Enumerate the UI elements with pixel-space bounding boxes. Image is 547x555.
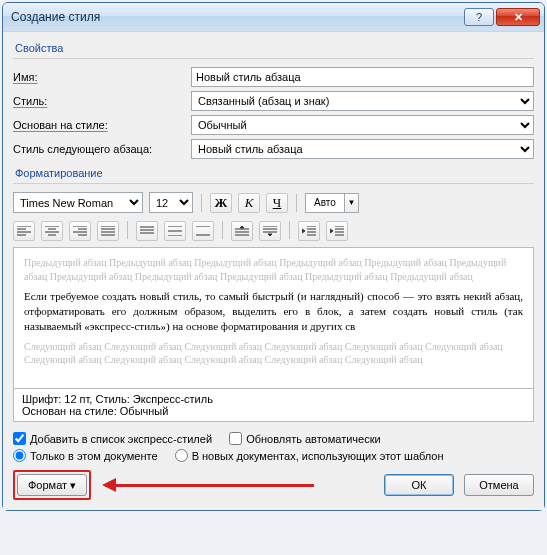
align-justify-button[interactable] <box>97 221 119 241</box>
row-name: Имя: <box>13 67 534 87</box>
space-before-dec-button[interactable] <box>259 221 281 241</box>
color-swatch: Авто <box>305 193 345 213</box>
italic-button[interactable]: К <box>238 193 260 213</box>
in-template-radio[interactable]: В новых документах, использующих этот ша… <box>175 450 444 462</box>
cancel-button[interactable]: Отмена <box>464 474 534 496</box>
bold-button[interactable]: Ж <box>210 193 232 213</box>
window-title: Создание стиля <box>11 10 464 24</box>
add-quick-checkbox-input[interactable] <box>13 432 26 445</box>
dialog-body: Свойства Имя: Стиль: Связанный (абзац и … <box>3 31 544 510</box>
name-label: Имя: <box>13 71 183 83</box>
close-button[interactable]: ✕ <box>496 8 540 26</box>
row-next-style: Стиль следующего абзаца: Новый стиль абз… <box>13 139 534 159</box>
separator <box>222 221 223 239</box>
help-button[interactable]: ? <box>464 8 494 26</box>
chevron-down-icon[interactable]: ▼ <box>345 193 359 213</box>
format-button-highlight: Формат ▾ <box>13 470 91 500</box>
align-right-button[interactable] <box>69 221 91 241</box>
properties-group-label: Свойства <box>15 42 534 54</box>
options-row-2: Только в этом документе В новых документ… <box>13 449 534 462</box>
separator <box>127 221 128 239</box>
paragraph-toolbar <box>13 219 534 247</box>
separator <box>289 221 290 239</box>
annotation-arrow <box>101 474 374 496</box>
space-before-inc-button[interactable] <box>231 221 253 241</box>
dialog-window: Создание стиля ? ✕ Свойства Имя: Стиль: … <box>2 2 545 511</box>
row-style-type: Стиль: Связанный (абзац и знак) <box>13 91 534 111</box>
style-description: Шрифт: 12 пт, Стиль: Экспресс-стиль Осно… <box>13 389 534 422</box>
only-document-radio[interactable]: Только в этом документе <box>13 450 158 462</box>
desc-line-1: Шрифт: 12 пт, Стиль: Экспресс-стиль <box>22 393 525 405</box>
formatting-group-label: Форматирование <box>15 167 534 179</box>
divider <box>13 183 534 184</box>
font-name-select[interactable]: Times New Roman <box>13 192 143 213</box>
titlebar: Создание стиля ? ✕ <box>3 3 544 31</box>
line-spacing-2-button[interactable] <box>192 221 214 241</box>
name-input[interactable] <box>191 67 534 87</box>
preview-pane: Предыдущий абзац Предыдущий абзац Предыд… <box>13 247 534 389</box>
preview-prev-ghost: Предыдущий абзац Предыдущий абзац Предыд… <box>24 256 523 283</box>
font-color-picker[interactable]: Авто ▼ <box>305 193 359 213</box>
style-type-select[interactable]: Связанный (абзац и знак) <box>191 91 534 111</box>
based-on-label: Основан на стиле: <box>13 119 183 131</box>
window-buttons: ? ✕ <box>464 8 540 26</box>
divider <box>13 58 534 59</box>
preview-next-ghost: Следующий абзац Следующий абзац Следующи… <box>24 340 523 367</box>
auto-update-checkbox-input[interactable] <box>229 432 242 445</box>
row-based-on: Основан на стиле: Обычный <box>13 115 534 135</box>
font-size-select[interactable]: 12 <box>149 192 193 213</box>
indent-increase-button[interactable] <box>326 221 348 241</box>
style-type-label: Стиль: <box>13 95 183 107</box>
next-style-label: Стиль следующего абзаца: <box>13 143 183 155</box>
separator <box>201 194 202 212</box>
based-on-select[interactable]: Обычный <box>191 115 534 135</box>
align-left-button[interactable] <box>13 221 35 241</box>
in-template-radio-input[interactable] <box>175 449 188 462</box>
ok-button[interactable]: ОК <box>384 474 454 496</box>
only-doc-radio-input[interactable] <box>13 449 26 462</box>
line-spacing-15-button[interactable] <box>164 221 186 241</box>
font-toolbar: Times New Roman 12 Ж К Ч Авто ▼ <box>13 192 534 213</box>
line-spacing-1-button[interactable] <box>136 221 158 241</box>
dialog-footer: Формат ▾ ОК Отмена <box>13 470 534 500</box>
indent-decrease-button[interactable] <box>298 221 320 241</box>
auto-update-checkbox[interactable]: Обновлять автоматически <box>229 433 381 445</box>
next-style-select[interactable]: Новый стиль абзаца <box>191 139 534 159</box>
preview-sample-text: Если требуемое создать новый стиль, то с… <box>24 289 523 334</box>
separator <box>296 194 297 212</box>
add-quick-styles-checkbox[interactable]: Добавить в список экспресс-стилей <box>13 433 212 445</box>
format-button[interactable]: Формат ▾ <box>17 474 87 496</box>
align-center-button[interactable] <box>41 221 63 241</box>
underline-button[interactable]: Ч <box>266 193 288 213</box>
desc-line-2: Основан на стиле: Обычный <box>22 405 525 417</box>
options-row-1: Добавить в список экспресс-стилей Обновл… <box>13 432 534 445</box>
